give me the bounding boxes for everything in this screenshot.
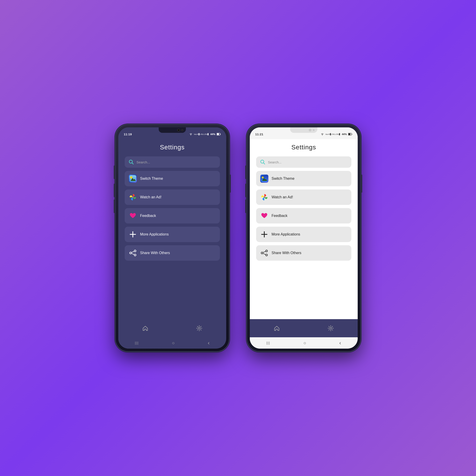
search-icon-light xyxy=(260,160,265,165)
phone-screen-dark: 11:19 Voo R ▋LTE1 LTE2▋ 44% xyxy=(118,127,226,349)
svg-point-8 xyxy=(132,197,134,198)
menu-watch-ad-dark[interactable]: Watch an Ad! xyxy=(125,189,220,205)
battery-icon-dark xyxy=(217,133,221,136)
pinwheel-icon-dark xyxy=(129,193,137,201)
phone-screen-light: 11:21 Voo R ▋LTE1 LTE2▋ 44% xyxy=(250,127,358,349)
plus-icon-light xyxy=(260,230,268,238)
svg-point-16 xyxy=(198,327,200,329)
watch-ad-label-light: Watch an Ad! xyxy=(272,195,293,199)
share-icon-dark xyxy=(129,249,137,257)
menu-switch-theme-dark[interactable]: Switch Theme xyxy=(125,171,220,186)
svg-line-31 xyxy=(263,251,266,253)
recent-btn-dark[interactable]: ||| xyxy=(130,339,143,347)
screen-body-dark: Settings Search... xyxy=(118,139,226,319)
svg-line-15 xyxy=(132,254,134,255)
switch-theme-label-light: Switch Theme xyxy=(272,177,294,181)
svg-point-12 xyxy=(130,252,132,254)
feedback-label-light: Feedback xyxy=(272,214,288,218)
svg-line-21 xyxy=(264,163,265,164)
svg-point-30 xyxy=(266,254,268,256)
theme-icon-light xyxy=(260,174,268,183)
status-icons-light: Voo R ▋LTE1 LTE2▋ 44% xyxy=(321,133,352,136)
status-signal-dark: Voo R ▋LTE1 LTE2▋ xyxy=(194,133,209,135)
svg-point-7 xyxy=(130,176,132,179)
recent-btn-light[interactable]: ||| xyxy=(262,339,275,347)
search-icon-dark xyxy=(129,160,134,165)
theme-icon-dark xyxy=(129,174,137,183)
screen-body-light: Settings Search... xyxy=(250,139,358,319)
bottom-nav-light xyxy=(250,319,358,337)
svg-point-25 xyxy=(264,197,265,198)
home-btn-light[interactable]: ○ xyxy=(299,339,310,347)
share-label-dark: Share With Others xyxy=(140,251,170,255)
switch-theme-label-dark: Switch Theme xyxy=(140,177,163,181)
svg-line-14 xyxy=(132,251,134,253)
svg-rect-2 xyxy=(217,133,219,135)
svg-point-24 xyxy=(262,177,264,178)
svg-point-11 xyxy=(134,250,136,252)
share-label-light: Share With Others xyxy=(272,251,302,255)
nav-home-dark[interactable] xyxy=(142,325,149,331)
watch-ad-label-dark: Watch an Ad! xyxy=(140,195,162,199)
svg-line-32 xyxy=(263,254,266,255)
phone-light: 11:21 Voo R ▋LTE1 LTE2▋ 44% xyxy=(247,125,360,351)
plus-icon-dark xyxy=(129,230,137,238)
settings-title-light: Settings xyxy=(256,144,351,151)
svg-point-33 xyxy=(330,327,332,329)
search-placeholder-light: Search... xyxy=(268,160,282,164)
back-btn-light[interactable]: ‹ xyxy=(335,338,346,348)
menu-more-apps-light[interactable]: More Applications xyxy=(256,227,351,242)
search-placeholder-dark: Search... xyxy=(136,160,150,164)
svg-rect-19 xyxy=(348,133,350,135)
more-apps-label-light: More Applications xyxy=(272,232,300,237)
search-bar-light[interactable]: Search... xyxy=(256,156,351,168)
nav-settings-dark[interactable] xyxy=(196,325,203,331)
system-nav-dark: ||| ○ ‹ xyxy=(118,337,226,349)
back-btn-dark[interactable]: ‹ xyxy=(203,338,214,348)
more-apps-label-dark: More Applications xyxy=(140,232,169,237)
search-bar-dark[interactable]: Search... xyxy=(125,156,220,168)
system-nav-light: ||| ○ ‹ xyxy=(250,337,358,349)
wifi-icon-dark xyxy=(189,133,192,136)
svg-rect-1 xyxy=(220,134,221,135)
nav-home-light[interactable] xyxy=(273,325,280,331)
pinwheel-icon-light xyxy=(260,193,268,201)
menu-feedback-light[interactable]: Feedback xyxy=(256,208,351,223)
svg-line-4 xyxy=(132,163,134,164)
wifi-icon-light xyxy=(321,133,324,136)
svg-point-28 xyxy=(266,250,268,252)
menu-more-apps-dark[interactable]: More Applications xyxy=(125,227,220,242)
battery-icon-light xyxy=(348,133,352,136)
menu-watch-ad-light[interactable]: Watch an Ad! xyxy=(256,189,351,205)
menu-switch-theme-light[interactable]: Switch Theme xyxy=(256,171,351,186)
status-battery-light: 44% xyxy=(342,133,347,136)
status-battery-dark: 44% xyxy=(210,133,215,136)
heart-icon-dark xyxy=(129,212,137,220)
menu-feedback-dark[interactable]: Feedback xyxy=(125,208,220,223)
status-signal-light: Voo R ▋LTE1 LTE2▋ xyxy=(325,133,340,135)
svg-point-29 xyxy=(261,252,263,254)
menu-share-dark[interactable]: Share With Others xyxy=(125,245,220,261)
nav-settings-light[interactable] xyxy=(327,325,334,331)
menu-share-light[interactable]: Share With Others xyxy=(256,245,351,261)
svg-point-13 xyxy=(134,254,136,256)
svg-rect-18 xyxy=(352,134,352,135)
bottom-nav-dark xyxy=(118,319,226,337)
feedback-label-dark: Feedback xyxy=(140,214,156,218)
home-btn-dark[interactable]: ○ xyxy=(167,339,179,347)
status-time-light: 11:21 xyxy=(255,133,263,136)
heart-icon-light xyxy=(260,212,268,220)
phone-dark: 11:19 Voo R ▋LTE1 LTE2▋ 44% xyxy=(116,125,229,351)
settings-title-dark: Settings xyxy=(125,144,220,151)
share-icon-light xyxy=(260,249,268,257)
status-time-dark: 11:19 xyxy=(124,133,132,136)
status-icons-dark: Voo R ▋LTE1 LTE2▋ 44% xyxy=(189,133,221,136)
